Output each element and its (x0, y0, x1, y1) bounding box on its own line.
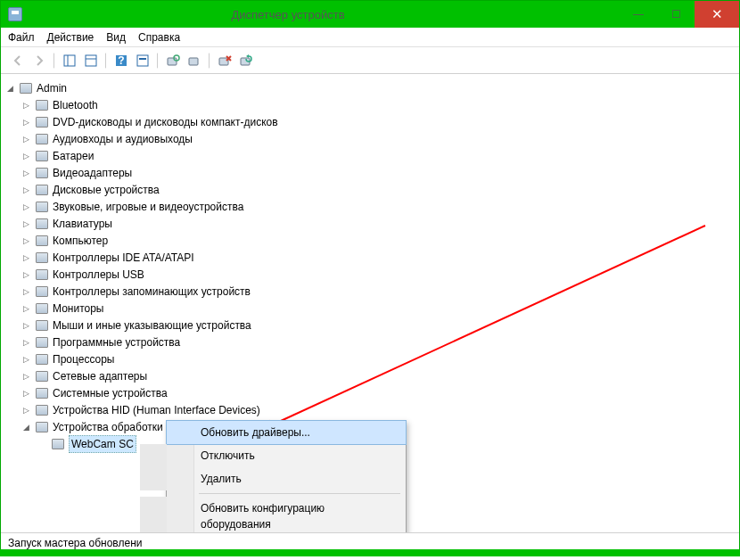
collapse-icon[interactable]: ◢ (4, 80, 15, 96)
tree-item[interactable]: ▷Компьютер (21, 232, 736, 249)
svg-rect-0 (64, 55, 75, 66)
device-category-icon (35, 217, 49, 231)
toolbar-button[interactable] (133, 51, 152, 70)
tree-item[interactable]: ▷DVD-дисководы и дисководы компакт-диско… (21, 113, 736, 130)
device-category-icon (35, 149, 49, 163)
expand-icon[interactable]: ▷ (21, 267, 31, 283)
tree-item[interactable]: ▷Контроллеры запоминающих устройств (21, 283, 736, 300)
status-text: Запуск мастера обновлени (8, 537, 142, 549)
properties-button[interactable] (81, 51, 101, 70)
expand-icon[interactable]: ▷ (21, 97, 31, 113)
expand-icon[interactable]: ▷ (21, 301, 31, 317)
uninstall-button[interactable] (215, 51, 234, 70)
separator (199, 493, 400, 494)
expand-icon[interactable]: ▷ (21, 250, 31, 266)
expand-icon[interactable]: ▷ (21, 368, 31, 384)
expand-icon[interactable]: ▷ (21, 216, 31, 232)
window-title: Диспетчер устройств (28, 8, 620, 21)
selected-device-label: WebCam SC (69, 435, 136, 453)
expand-icon[interactable]: ▷ (21, 114, 31, 130)
tree-item[interactable]: ▷Батареи (21, 147, 736, 164)
menubar: Файл Действие Вид Справка (1, 28, 739, 47)
help-button[interactable]: ? (111, 51, 131, 70)
expand-icon[interactable]: ▷ (21, 182, 31, 198)
tree-item-label: Сетевые адаптеры (53, 368, 147, 384)
device-category-icon (35, 352, 49, 366)
back-button[interactable] (8, 51, 28, 70)
context-menu-remove[interactable]: Удалить (140, 467, 406, 490)
separator (209, 53, 210, 69)
expand-icon[interactable]: ▷ (21, 334, 31, 350)
tree-item[interactable]: ▷Аудиовходы и аудиовыходы (21, 130, 736, 147)
collapse-icon[interactable]: ◢ (21, 419, 31, 435)
tree-item-label: Процессоры (53, 351, 115, 367)
expand-icon[interactable]: ▷ (21, 233, 31, 249)
tree-item[interactable]: ▷Сетевые адаптеры (21, 367, 736, 384)
close-button[interactable]: ✕ (695, 1, 739, 28)
expand-icon[interactable]: ▷ (21, 284, 31, 300)
context-menu: Обновить драйверы... Отключить Удалить О… (166, 420, 407, 532)
device-category-icon (35, 251, 49, 265)
scan-hardware-button[interactable] (163, 51, 183, 70)
tree-item-label: Клавиатуры (53, 216, 112, 232)
minimize-button[interactable]: — (620, 1, 657, 28)
expand-icon[interactable]: ▷ (21, 131, 31, 147)
tree-item[interactable]: ▷Системные устройства (21, 384, 736, 401)
svg-text:?: ? (118, 54, 124, 67)
svg-rect-7 (139, 58, 146, 60)
app-icon (8, 7, 22, 21)
tree-item[interactable]: ▷Устройства HID (Human Interface Devices… (21, 401, 736, 418)
expand-icon[interactable]: ▷ (21, 385, 31, 401)
tree-item-label: Контроллеры запоминающих устройств (53, 284, 251, 300)
tree-item-label: Дисковые устройства (53, 182, 160, 198)
tree-item[interactable]: ▷Видеоадаптеры (21, 164, 736, 181)
device-tree-area[interactable]: ◢ Admin ▷Bluetooth▷DVD-дисководы и диско… (1, 74, 739, 532)
device-category-icon (35, 318, 49, 333)
menu-file[interactable]: Файл (8, 31, 35, 44)
svg-rect-6 (137, 55, 148, 66)
root-label: Admin (37, 80, 67, 96)
expand-icon[interactable]: ▷ (21, 148, 31, 164)
device-manager-window: Диспетчер устройств — ☐ ✕ Файл Действие … (0, 0, 740, 553)
titlebar[interactable]: Диспетчер устройств — ☐ ✕ (1, 1, 739, 28)
menu-action[interactable]: Действие (47, 31, 95, 44)
expand-icon[interactable]: ▷ (21, 165, 31, 181)
tree-item-label: Батареи (53, 148, 94, 164)
menu-view[interactable]: Вид (106, 31, 126, 44)
tree-item[interactable]: ▷Процессоры (21, 350, 736, 367)
context-menu-update-drivers[interactable]: Обновить драйверы... (166, 420, 407, 445)
device-category-icon (35, 301, 49, 316)
tree-item-label: Системные устройства (53, 385, 168, 401)
maximize-button[interactable]: ☐ (657, 1, 695, 28)
context-menu-disable[interactable]: Отключить (140, 444, 406, 467)
toolbar-button[interactable] (185, 51, 204, 70)
expand-icon[interactable]: ▷ (21, 402, 31, 418)
tree-item[interactable]: ▷Контроллеры IDE ATA/ATAPI (21, 249, 736, 266)
tree-item[interactable]: ▷Мыши и иные указывающие устройства (21, 317, 736, 334)
update-driver-button[interactable] (236, 51, 256, 70)
device-category-icon (35, 369, 49, 383)
tree-item-label: Контроллеры USB (53, 267, 144, 283)
show-hide-tree-button[interactable] (60, 51, 79, 70)
device-category-icon (35, 403, 49, 417)
tree-item[interactable]: ▷Клавиатуры (21, 215, 736, 232)
menu-help[interactable]: Справка (138, 31, 180, 44)
tree-item-label: Программные устройства (53, 334, 180, 350)
tree-item[interactable]: ▷Контроллеры USB (21, 266, 736, 283)
context-menu-rescan[interactable]: Обновить конфигурацию оборудования (140, 497, 406, 532)
decoration (0, 549, 740, 556)
tree-item[interactable]: ▷Программные устройства (21, 334, 736, 350)
tree-item-label: Мыши и иные указывающие устройства (53, 317, 251, 334)
forward-button[interactable] (29, 51, 49, 70)
expand-icon[interactable]: ▷ (21, 351, 31, 367)
tree-root[interactable]: ◢ Admin (4, 79, 736, 96)
tree-item-label: DVD-дисководы и дисководы компакт-дисков (53, 114, 278, 130)
tree-item[interactable]: ▷Bluetooth (21, 96, 736, 113)
tree-item[interactable]: ▷Звуковые, игровые и видеоустройства (21, 198, 736, 215)
device-category-icon (51, 437, 65, 451)
tree-item[interactable]: ▷Дисковые устройства (21, 181, 736, 198)
expand-icon[interactable]: ▷ (21, 317, 31, 334)
tree-item[interactable]: ▷Мониторы (21, 300, 736, 317)
expand-icon[interactable]: ▷ (21, 199, 31, 215)
device-category-icon (35, 183, 49, 197)
